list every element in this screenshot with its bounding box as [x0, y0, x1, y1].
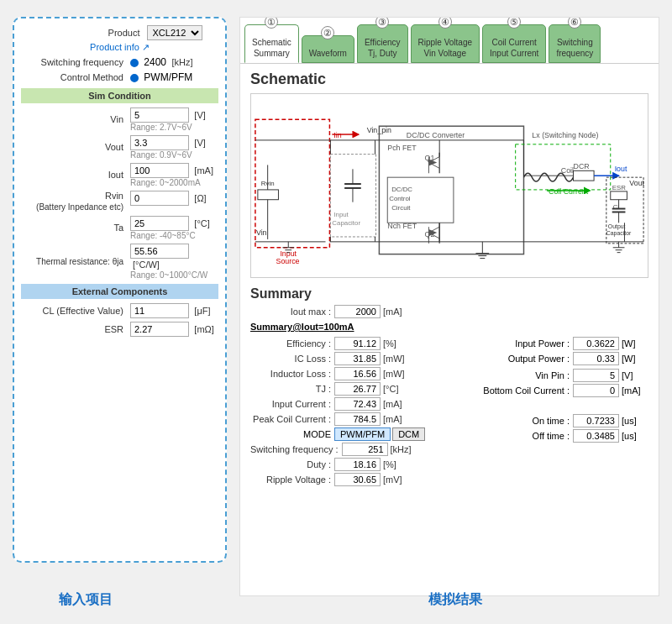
tab-schematic-summary[interactable]: ① SchematicSummary [244, 24, 299, 63]
summary-grid: Efficiency : 91.12 [%] IC Loss : 31.85 [… [250, 337, 648, 488]
tab5-num: ⑤ [507, 17, 521, 29]
bottom-coil-value: 0 [573, 384, 619, 397]
tab-switching[interactable]: ⑥ Switchingfrequency [549, 24, 601, 63]
switching-freq-value: 2400 [144, 56, 166, 68]
thermal-input[interactable] [130, 244, 189, 259]
input-power-value: 0.3622 [573, 337, 619, 350]
iout-max-value: 2000 [334, 305, 381, 318]
iout-input[interactable] [130, 163, 189, 178]
switching-freq-sum-unit: [kHz] [388, 444, 413, 454]
duty-unit: [%] [381, 459, 406, 469]
vout-label: Vout [21, 141, 130, 153]
tab4-label: Ripple VoltageVin Voltage [418, 38, 473, 58]
iout-max-unit: [mA] [381, 307, 406, 317]
svg-text:Pch FET: Pch FET [387, 144, 417, 152]
rvin-input[interactable] [130, 191, 189, 206]
summary-title: Summary [250, 286, 648, 302]
switching-freq-radio[interactable] [130, 59, 139, 67]
vin-pin-value: 5 [573, 369, 619, 382]
iout-unit: [mA] [194, 165, 213, 176]
bottom-coil-unit: [mA] [619, 385, 641, 396]
cl-input[interactable] [130, 303, 189, 318]
vin-label: Vin [21, 113, 130, 125]
schematic-title: Schematic [250, 71, 648, 88]
vin-range: Range: 2.7V~6V [130, 123, 218, 132]
svg-text:Nch FET: Nch FET [387, 222, 417, 230]
control-method-radio[interactable] [130, 74, 139, 82]
vout-unit: [V] [194, 138, 205, 148]
right-panel: ① SchematicSummary ② Waveform ③ Efficien… [239, 17, 659, 596]
peak-coil-label: Peak Coil Current : [250, 414, 334, 424]
vin-input[interactable] [130, 107, 189, 123]
svg-text:Iin: Iin [333, 131, 341, 139]
esr-input[interactable] [130, 322, 189, 337]
esr-label: ESR [21, 323, 130, 335]
mode-label: MODE [250, 429, 334, 439]
iout-label: Iout [21, 169, 130, 181]
svg-text:Circuit: Circuit [391, 204, 411, 212]
switching-freq-sum-label: Switching frequency : [250, 444, 342, 454]
thermal-unit: [°C/W] [133, 260, 160, 270]
schematic-area: Input Source Iin Vin_pin Rvin Vin [250, 93, 648, 278]
tab2-num: ② [321, 26, 334, 39]
sim-condition-header: Sim Condition [21, 88, 218, 103]
efficiency-label: Efficiency : [250, 338, 334, 349]
summary-left: Efficiency : 91.12 [%] IC Loss : 31.85 [… [250, 337, 472, 488]
ta-range: Range: -40~85°C [130, 231, 218, 240]
input-current-label: Input Current : [250, 399, 334, 409]
efficiency-value: 91.12 [334, 337, 381, 350]
peak-coil-unit: [mA] [381, 414, 406, 424]
tab3-num: ③ [375, 17, 389, 29]
input-power-unit: [W] [619, 338, 636, 349]
svg-text:Vout: Vout [629, 179, 644, 187]
product-select[interactable]: XCL212 [147, 25, 202, 40]
output-power-label: Output Power : [480, 354, 573, 364]
external-components-header: External Components [21, 284, 218, 299]
svg-text:Source: Source [276, 257, 300, 265]
tab4-num: ④ [438, 17, 452, 29]
svg-rect-0 [251, 95, 648, 276]
inductor-loss-unit: [mW] [381, 369, 406, 379]
mode-dcm-btn[interactable]: DCM [392, 427, 425, 441]
svg-text:DCR: DCR [574, 162, 590, 170]
ta-input[interactable] [130, 216, 189, 231]
esr-unit: [mΩ] [194, 324, 214, 334]
left-panel: Product XCL212 Product info Switching fr… [13, 17, 227, 563]
tab-efficiency[interactable]: ③ EfficiencyTj, Duty [357, 24, 408, 63]
mode-pwmpfm-btn[interactable]: PWM/PFM [334, 427, 391, 441]
vout-input[interactable] [130, 135, 189, 150]
product-info-link[interactable]: Product info [21, 42, 218, 53]
bottom-coil-label: Bottom Coil Current : [480, 385, 573, 396]
duty-value: 18.16 [334, 458, 381, 471]
tj-unit: [°C] [381, 384, 406, 394]
control-method-label: Control Method [21, 71, 130, 83]
on-time-value: 0.7233 [573, 414, 619, 427]
tab-ripple-voltage[interactable]: ④ Ripple VoltageVin Voltage [411, 24, 480, 63]
svg-text:Output: Output [608, 223, 626, 230]
summary-right: Input Power : 0.3622 [W] Output Power : … [480, 337, 648, 488]
vin-pin-unit: [V] [619, 370, 633, 380]
tab6-num: ⑥ [568, 17, 581, 29]
svg-text:Lx (Switching Node): Lx (Switching Node) [532, 131, 598, 139]
svg-text:ESR: ESR [612, 184, 626, 191]
tab-coil-current[interactable]: ⑤ Coil CurrentInput Current [482, 24, 546, 63]
switching-freq-label: Switching frequency [21, 56, 130, 68]
inductor-loss-value: 16.56 [334, 367, 381, 380]
tab-waveform[interactable]: ② Waveform [302, 35, 354, 63]
vin-unit: [V] [194, 110, 205, 120]
inductor-loss-label: Inductor Loss : [250, 369, 334, 379]
tab5-label: Coil CurrentInput Current [490, 38, 538, 58]
tabs-container: ① SchematicSummary ② Waveform ③ Efficien… [240, 18, 659, 64]
thermal-label: Thermal resistance: θja [21, 256, 130, 267]
switching-freq-unit: [kHz] [171, 57, 192, 67]
switching-freq-sum-value: 251 [342, 443, 388, 456]
rvin-label: Rvin(Battery Inpedance etc) [21, 191, 130, 212]
thermal-range: Range: 0~1000°C/W [130, 270, 218, 280]
svg-text:DC/DC Converter: DC/DC Converter [407, 131, 465, 139]
iout-max-label: Iout max : [250, 307, 334, 317]
ripple-voltage-value: 30.65 [334, 473, 381, 486]
cl-label: CL (Effective Value) [21, 305, 130, 317]
svg-text:Input: Input [333, 211, 349, 218]
ripple-voltage-label: Ripple Voltage : [250, 475, 334, 485]
tj-label: TJ : [250, 384, 334, 394]
